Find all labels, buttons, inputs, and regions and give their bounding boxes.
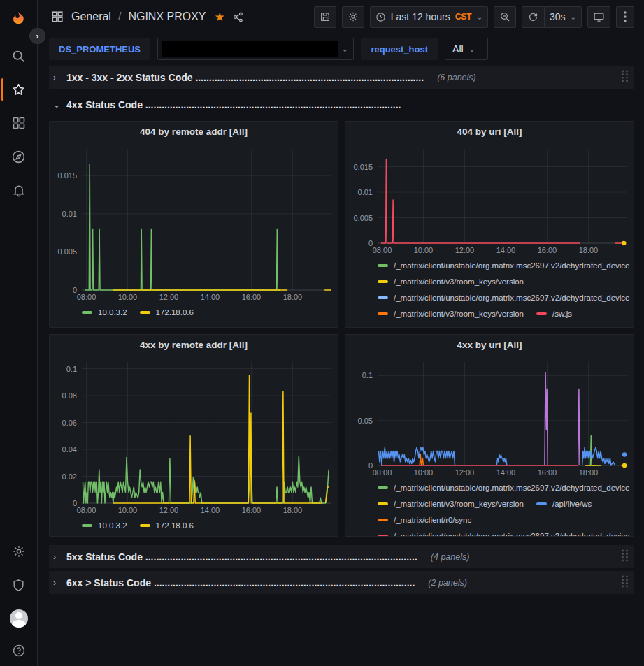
legend-label: /api/live/ws bbox=[552, 500, 592, 508]
row-drag-handle[interactable] bbox=[621, 549, 629, 565]
time-range-label: Last 12 hours bbox=[391, 11, 450, 22]
timeseries-chart[interactable]: 08:0010:0012:0014:0016:0018:0000.0050.01… bbox=[345, 142, 634, 256]
row-drag-handle[interactable] bbox=[621, 70, 629, 85]
breadcrumb-folder[interactable]: General bbox=[71, 10, 111, 23]
svg-text:08:00: 08:00 bbox=[373, 468, 392, 477]
legend-swatch bbox=[82, 311, 92, 314]
legend-item[interactable]: 172.18.0.6 bbox=[140, 304, 194, 320]
svg-text:0: 0 bbox=[368, 239, 373, 247]
sidebar-expand-button[interactable]: › bbox=[29, 28, 45, 44]
refresh-button[interactable] bbox=[522, 6, 544, 28]
sidebar-item-help-icon[interactable] bbox=[0, 635, 38, 666]
search-icon[interactable] bbox=[0, 39, 38, 73]
timeseries-chart[interactable]: 08:0010:0012:0014:0016:0018:0000.020.040… bbox=[50, 355, 338, 516]
timeseries-chart[interactable]: 08:0010:0012:0014:0016:0018:0000.050.1 bbox=[345, 355, 634, 478]
refresh-interval-value: 30s bbox=[550, 11, 566, 22]
svg-text:10:00: 10:00 bbox=[414, 468, 434, 477]
save-dashboard-button[interactable] bbox=[314, 6, 336, 28]
svg-text:10:00: 10:00 bbox=[118, 293, 138, 301]
svg-text:18:00: 18:00 bbox=[283, 293, 303, 301]
panel-404-by-remote-addr: 404 by remote addr [All] 08:0010:0012:00… bbox=[49, 121, 338, 328]
row-title: 6xx > Status Code bbox=[66, 577, 151, 588]
legend-label: /_matrix/client/unstable/org.matrix.msc2… bbox=[394, 294, 630, 302]
panel-title[interactable]: 404 by uri [All] bbox=[345, 122, 634, 142]
svg-text:10:00: 10:00 bbox=[414, 246, 434, 254]
collapsed-rows: › 5xx Status Code ......................… bbox=[49, 545, 634, 594]
legend-item[interactable]: /_matrix/client/r0/sync bbox=[378, 512, 471, 528]
sidebar-item-profile[interactable] bbox=[0, 602, 38, 635]
svg-text:16:00: 16:00 bbox=[242, 293, 262, 301]
favorite-star-icon[interactable]: ★ bbox=[215, 10, 225, 24]
timeseries-chart[interactable]: 08:0010:0012:0014:0016:0018:0000.0050.01… bbox=[50, 142, 338, 303]
chevron-down-icon: ⌄ bbox=[477, 13, 482, 21]
svg-text:0: 0 bbox=[368, 461, 373, 470]
share-icon[interactable] bbox=[232, 11, 244, 23]
svg-text:0.1: 0.1 bbox=[362, 371, 373, 379]
legend-item[interactable]: /sw.js bbox=[536, 305, 572, 321]
variable-request-host-select[interactable]: All ⌄ bbox=[445, 38, 488, 60]
row-header-4xx[interactable]: ⌄ 4xx Status Code ......................… bbox=[49, 93, 634, 116]
panel-title[interactable]: 4xx by remote addr [All] bbox=[50, 335, 338, 355]
legend-item[interactable]: /_matrix/client/unstable/org.matrix.msc2… bbox=[378, 257, 630, 273]
sidebar-item-server-admin-shield-icon[interactable] bbox=[0, 568, 38, 602]
row-title: 4xx Status Code bbox=[66, 99, 143, 110]
legend-swatch bbox=[378, 535, 388, 537]
legend-item[interactable]: /_matrix/client/v3/room_keys/version bbox=[378, 273, 524, 289]
svg-text:18:00: 18:00 bbox=[579, 246, 599, 254]
svg-text:0.1: 0.1 bbox=[66, 365, 77, 373]
tv-mode-button[interactable] bbox=[587, 6, 610, 28]
legend-item[interactable]: 10.0.3.2 bbox=[82, 304, 127, 320]
variable-ds-prometheus-select[interactable]: ⌄ bbox=[157, 38, 354, 60]
panel-title[interactable]: 404 by remote addr [All] bbox=[50, 122, 338, 142]
kebab-menu-button[interactable] bbox=[616, 6, 634, 28]
row-drag-handle[interactable] bbox=[621, 575, 629, 591]
svg-text:0.005: 0.005 bbox=[353, 214, 373, 222]
chevron-down-icon: ⌄ bbox=[342, 45, 348, 53]
legend-swatch bbox=[378, 280, 388, 283]
row-title: 1xx - 3xx - 2xx Status Code bbox=[66, 72, 193, 83]
breadcrumb-dashboard-title[interactable]: NGINX PROXY bbox=[128, 10, 206, 23]
legend-item[interactable]: /api/live/ws bbox=[536, 495, 592, 512]
legend-item[interactable]: /_matrix/client/v3/room_keys/version bbox=[378, 495, 524, 512]
sidebar-item-starred[interactable] bbox=[0, 73, 38, 106]
panel-title[interactable]: 4xx by uri [All] bbox=[345, 335, 634, 355]
sidebar-item-dashboards[interactable] bbox=[0, 106, 38, 140]
dashboard-settings-button[interactable] bbox=[342, 6, 364, 28]
legend-swatch bbox=[82, 524, 92, 527]
panel-404-by-uri: 404 by uri [All] 08:0010:0012:0014:0016:… bbox=[345, 121, 634, 328]
sidebar-item-explore-compass-icon[interactable] bbox=[0, 140, 38, 173]
row-title-dots: ........................................… bbox=[154, 577, 415, 588]
legend-item[interactable]: /_matrix/client/v3/room_keys/version bbox=[378, 305, 524, 321]
row-header-6xx[interactable]: › 6xx > Status Code ....................… bbox=[49, 571, 634, 594]
sidebar-item-configuration-gear-icon[interactable] bbox=[0, 535, 38, 568]
svg-text:0.02: 0.02 bbox=[62, 472, 77, 481]
row-title-dots: ........................................… bbox=[195, 72, 424, 83]
legend-swatch bbox=[378, 312, 388, 315]
legend-item[interactable]: 10.0.3.2 bbox=[82, 517, 127, 533]
svg-text:0.01: 0.01 bbox=[62, 210, 77, 218]
zoom-out-time-button[interactable] bbox=[494, 6, 516, 28]
legend-label: /_matrix/client/unstable/org.matrix.msc2… bbox=[394, 484, 630, 492]
chevron-down-icon: ⌄ bbox=[53, 100, 60, 110]
variable-label-request-host[interactable]: request_host bbox=[361, 38, 438, 60]
time-range-picker[interactable]: Last 12 hours CST ⌄ bbox=[370, 6, 488, 28]
variable-label-ds-prometheus[interactable]: DS_PROMETHEUS bbox=[49, 38, 150, 60]
legend-item[interactable]: 172.18.0.6 bbox=[140, 517, 194, 533]
redacted-variable-value bbox=[162, 41, 338, 57]
svg-text:0.06: 0.06 bbox=[62, 419, 77, 427]
legend-item[interactable]: /_matrix/client/unstable/org.matrix.msc2… bbox=[378, 289, 630, 305]
row-header-5xx[interactable]: › 5xx Status Code ......................… bbox=[49, 545, 634, 568]
row-header-1xx-3xx-2xx[interactable]: › 1xx - 3xx - 2xx Status Code ..........… bbox=[49, 66, 634, 89]
sidebar-item-alerting-bell-icon[interactable] bbox=[0, 173, 38, 207]
apps-grid-icon[interactable] bbox=[49, 8, 66, 25]
legend-item[interactable]: /_matrix/client/unstable/org.matrix.msc2… bbox=[378, 479, 630, 495]
svg-text:08:00: 08:00 bbox=[373, 246, 392, 254]
svg-text:14:00: 14:00 bbox=[201, 293, 220, 301]
legend-label: /_matrix/client/unstable/org.matrix.msc2… bbox=[394, 261, 630, 270]
svg-text:14:00: 14:00 bbox=[496, 468, 516, 477]
panel-legend: /_matrix/client/unstable/org.matrix.msc2… bbox=[345, 256, 634, 321]
legend-swatch bbox=[536, 312, 547, 315]
legend-item[interactable]: /_matrix/client/unstable/org.matrix.msc2… bbox=[378, 528, 630, 536]
refresh-interval-dropdown[interactable]: 30s ⌄ bbox=[544, 6, 582, 28]
breadcrumb: General / NGINX PROXY bbox=[71, 10, 206, 23]
